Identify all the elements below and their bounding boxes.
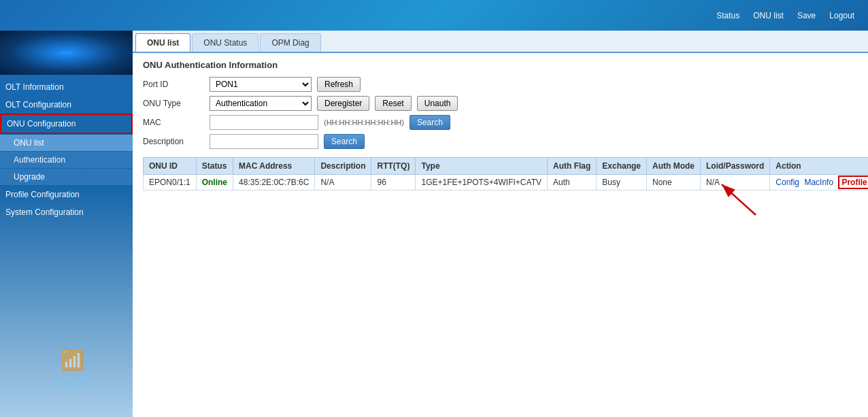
table-container: ONU ID Status MAC Address Description RT… xyxy=(143,157,858,190)
onu-type-row: ONU Type Authentication All Online Offli… xyxy=(143,96,858,111)
table-body: EPON0/1:1 Online 48:35:2E:0C:7B:6C N/A 9… xyxy=(144,175,869,190)
cell-onu-id: EPON0/1:1 xyxy=(144,175,197,190)
sidebar-item-authentication[interactable]: Authentication xyxy=(0,152,133,168)
col-exchange: Exchange xyxy=(597,158,647,175)
table-row: EPON0/1:1 Online 48:35:2E:0C:7B:6C N/A 9… xyxy=(144,175,869,190)
sidebar-item-olt-information[interactable]: OLT Information xyxy=(0,78,133,96)
col-auth-mode: Auth Mode xyxy=(647,158,701,175)
col-loid: Loid/Password xyxy=(701,158,770,175)
sidebar-item-onu-list[interactable]: ONU list xyxy=(0,135,133,151)
sidebar-item-upgrade[interactable]: Upgrade xyxy=(0,169,133,185)
sidebar-item-onu-configuration[interactable]: ONU Configuration xyxy=(0,114,133,134)
mac-input[interactable] xyxy=(210,115,318,130)
col-description: Description xyxy=(315,158,371,175)
cell-auth-flag: Auth xyxy=(547,175,596,190)
mac-label: MAC xyxy=(143,118,204,127)
main-layout: ◦ ◦ ◦ OLT Information OLT Configuration … xyxy=(0,31,868,417)
sidebar-menu: OLT Information OLT Configuration ONU Co… xyxy=(0,75,133,221)
watermark: 📶 ISP xyxy=(52,349,92,397)
sidebar-item-olt-configuration[interactable]: OLT Configuration xyxy=(0,96,133,114)
port-id-row: Port ID PON1 PON2 PON3 PON4 Refresh xyxy=(143,77,858,92)
tab-opm-diag[interactable]: OPM Diag xyxy=(260,33,320,52)
col-action: Action xyxy=(770,158,868,175)
table-header: ONU ID Status MAC Address Description RT… xyxy=(144,158,869,175)
cell-description: N/A xyxy=(315,175,371,190)
onu-type-label: ONU Type xyxy=(143,99,204,108)
onu-type-select[interactable]: Authentication All Online Offline xyxy=(210,96,312,111)
nav-onu-list[interactable]: ONU list xyxy=(753,11,784,20)
top-navbar: Status ONU list Save Logout xyxy=(0,0,868,31)
col-onu-id: ONU ID xyxy=(144,158,197,175)
mac-hint: (HH:HH:HH:HH:HH:HH) xyxy=(324,118,404,127)
col-status: Status xyxy=(196,158,233,175)
refresh-button[interactable]: Refresh xyxy=(317,77,361,92)
nav-status[interactable]: Status xyxy=(716,11,739,20)
col-mac: MAC Address xyxy=(233,158,315,175)
unauth-button[interactable]: Unauth xyxy=(417,96,458,111)
cell-rtt: 96 xyxy=(371,175,416,190)
description-row: Description Search xyxy=(143,134,858,149)
description-search-button[interactable]: Search xyxy=(324,134,365,149)
cell-status: Online xyxy=(196,175,233,190)
nav-save[interactable]: Save xyxy=(797,11,816,20)
wifi-icon: 📶 xyxy=(52,349,92,371)
tab-onu-status[interactable]: ONU Status xyxy=(192,33,258,52)
sidebar: ◦ ◦ ◦ OLT Information OLT Configuration … xyxy=(0,31,133,417)
port-id-select[interactable]: PON1 PON2 PON3 PON4 xyxy=(210,77,312,92)
description-input[interactable] xyxy=(210,134,318,149)
col-auth-flag: Auth Flag xyxy=(547,158,596,175)
main-content: ONU list ONU Status OPM Diag ONU Authent… xyxy=(133,31,868,417)
filter-form: Port ID PON1 PON2 PON3 PON4 Refresh ONU … xyxy=(143,77,858,149)
mac-row: MAC (HH:HH:HH:HH:HH:HH) Search xyxy=(143,115,858,130)
mac-search-button[interactable]: Search xyxy=(410,115,450,130)
tab-bar: ONU list ONU Status OPM Diag xyxy=(133,31,868,53)
sidebar-item-system-configuration[interactable]: System Configuration xyxy=(0,203,133,221)
description-label: Description xyxy=(143,137,204,146)
action-config[interactable]: Config xyxy=(775,178,799,187)
logo-decoration: ◦ ◦ ◦ xyxy=(61,49,71,56)
cell-type: 1GE+1FE+1POTS+4WIFI+CATV xyxy=(416,175,548,190)
action-profile[interactable]: Profile xyxy=(838,176,868,189)
port-id-label: Port ID xyxy=(143,80,204,89)
cell-loid: N/A xyxy=(701,175,770,190)
cell-auth-mode: None xyxy=(647,175,701,190)
nav-logout[interactable]: Logout xyxy=(829,11,854,20)
header-row: ONU ID Status MAC Address Description RT… xyxy=(144,158,869,175)
onu-table: ONU ID Status MAC Address Description RT… xyxy=(143,157,868,190)
col-type: Type xyxy=(416,158,548,175)
sidebar-logo: ◦ ◦ ◦ xyxy=(0,31,133,75)
status-badge: Online xyxy=(202,178,227,187)
logo-background: ◦ ◦ ◦ xyxy=(0,31,133,75)
action-macinfo[interactable]: MacInfo xyxy=(804,178,833,187)
cell-mac: 48:35:2E:0C:7B:6C xyxy=(233,175,315,190)
cell-exchange: Busy xyxy=(597,175,647,190)
isp-text: ISP xyxy=(52,371,92,397)
reset-button[interactable]: Reset xyxy=(375,96,411,111)
cell-action: Config MacInfo Profile Deregister Reset … xyxy=(770,175,868,190)
tab-onu-list[interactable]: ONU list xyxy=(135,33,190,52)
page-content-area: ONU Authentication Information Port ID P… xyxy=(133,53,868,197)
deregister-button[interactable]: Deregister xyxy=(317,96,369,111)
col-rtt: RTT(TQ) xyxy=(371,158,416,175)
page-title: ONU Authentication Information xyxy=(143,60,858,70)
sidebar-item-profile-configuration[interactable]: Profile Configuration xyxy=(0,186,133,203)
